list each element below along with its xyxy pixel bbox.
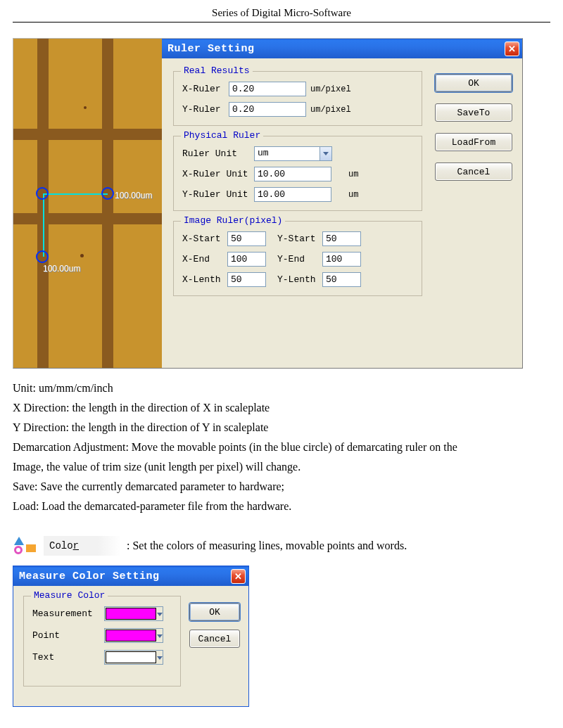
text-label: Text [32, 652, 97, 663]
yend-input[interactable] [322, 252, 361, 267]
color-icon [13, 535, 38, 557]
measure-color-group: Measure Color Measurement Point [23, 596, 181, 687]
xstart-input[interactable] [227, 231, 266, 246]
microscope-image: 100.00um 100.00um [13, 39, 162, 368]
cancel-button[interactable]: Cancel [189, 630, 240, 648]
text-line: Load: Load the demarcated-parameter file… [13, 497, 550, 516]
measurement-label-v: 100.00um [43, 264, 80, 274]
ystart-label: Y-Start [277, 234, 318, 244]
titlebar: Measure Color Setting ✕ [13, 566, 248, 586]
color-swatch [106, 651, 156, 663]
chevron-down-icon[interactable] [157, 607, 163, 620]
dialog-title: Ruler Setting [167, 43, 255, 55]
unit-label: um/pixel [310, 105, 351, 115]
measurement-label-h: 100.00um [115, 191, 152, 200]
demarcation-ruler-v [43, 193, 44, 257]
ok-button[interactable]: OK [435, 74, 512, 92]
real-results-group: Real Results X-Ruler um/pixel Y-Ruler um… [173, 71, 422, 126]
ruler-unit-dropdown[interactable]: um [254, 146, 332, 161]
image-ruler-group: Image Ruler(pixel) X-Start Y-Start X-End… [173, 221, 422, 296]
x-ruler-unit-input[interactable] [254, 167, 331, 181]
measurement-label: Measurement [32, 608, 97, 619]
header-rule [13, 22, 550, 23]
speck [80, 254, 84, 257]
y-ruler-input[interactable] [229, 102, 306, 117]
measurement-color-dropdown[interactable] [104, 606, 163, 621]
close-button[interactable]: ✕ [505, 41, 519, 56]
yend-label: Y-End [277, 254, 318, 264]
demarcation-ruler-h [43, 193, 108, 195]
speck [84, 106, 87, 109]
loadfrom-button[interactable]: LoadFrom [435, 133, 512, 151]
dropdown-value: um [255, 147, 320, 160]
x-ruler-label: X-Ruler [182, 84, 224, 94]
text-line: Image, the value of trim size (unit leng… [13, 457, 550, 477]
cancel-button[interactable]: Cancel [435, 162, 512, 181]
titlebar: Ruler Setting ✕ [162, 39, 522, 58]
text-line: Demarcation Adjustment: Move the movable… [13, 438, 550, 457]
ruler-setting-dialog: Ruler Setting ✕ Real Results X-Ruler um/… [162, 39, 522, 368]
y-ruler-label: Y-Ruler [182, 104, 224, 115]
measure-color-dialog: Measure Color Setting ✕ Measure Color Me… [13, 566, 249, 707]
group-legend: Real Results [181, 65, 253, 76]
color-menu-item-row: Color : Set the colors of measuring line… [13, 535, 550, 557]
unit-label: um/pixel [310, 84, 351, 94]
group-legend: Image Ruler(pixel) [181, 215, 285, 226]
text-color-dropdown[interactable] [104, 650, 163, 665]
ystart-input[interactable] [322, 231, 361, 246]
saveto-button[interactable]: SaveTo [435, 103, 512, 122]
text-line: Unit: um/mm/cm/inch [13, 378, 550, 398]
color-menu-label[interactable]: Color [44, 536, 121, 556]
page-title: Series of Digital Micro-Software [13, 7, 550, 22]
sample-bar [13, 129, 162, 140]
xlen-input[interactable] [227, 272, 266, 287]
text-line: Save: Save the currently demarcated para… [13, 477, 550, 497]
close-button[interactable]: ✕ [231, 569, 246, 584]
x-ruler-input[interactable] [229, 82, 306, 96]
ruler-setting-screenshot: 100.00um 100.00um Ruler Setting ✕ Real R… [13, 38, 523, 369]
ok-button[interactable]: OK [189, 603, 240, 621]
xend-input[interactable] [227, 252, 266, 267]
movable-point[interactable] [36, 187, 49, 200]
ylen-input[interactable] [322, 272, 361, 287]
physical-ruler-group: Physical Ruler Ruler Unit um X-Ruler Uni… [173, 136, 422, 211]
dialog-title: Measure Color Setting [19, 570, 160, 582]
y-ruler-unit-label: Y-Ruler Unit [182, 189, 250, 200]
ylen-label: Y-Lenth [277, 274, 318, 285]
chevron-down-icon[interactable] [157, 629, 163, 642]
unit-suffix: um [348, 190, 358, 200]
y-ruler-unit-input[interactable] [254, 187, 331, 202]
xend-label: X-End [182, 254, 223, 264]
text-line: X Direction: the length in the direction… [13, 398, 550, 418]
movable-point[interactable] [36, 250, 49, 263]
xstart-label: X-Start [182, 234, 223, 244]
movable-point[interactable] [101, 187, 114, 200]
color-swatch [106, 608, 156, 620]
xlen-label: X-Lenth [182, 274, 223, 285]
text-line: Y Direction: the length in the direction… [13, 418, 550, 438]
point-color-dropdown[interactable] [104, 628, 163, 643]
group-legend: Measure Color [31, 590, 108, 601]
sample-bar [13, 213, 162, 224]
body-text: Unit: um/mm/cm/inch X Direction: the len… [13, 378, 550, 516]
color-description: : Set the colors of measuring lines, mov… [127, 539, 407, 552]
unit-suffix: um [348, 170, 358, 179]
x-ruler-unit-label: X-Ruler Unit [182, 169, 250, 179]
chevron-down-icon[interactable] [157, 651, 163, 664]
group-legend: Physical Ruler [181, 130, 263, 141]
ruler-unit-label: Ruler Unit [182, 148, 250, 159]
sample-bar [102, 39, 113, 368]
point-label: Point [32, 630, 97, 641]
color-swatch [106, 630, 156, 641]
chevron-down-icon[interactable] [320, 147, 331, 160]
